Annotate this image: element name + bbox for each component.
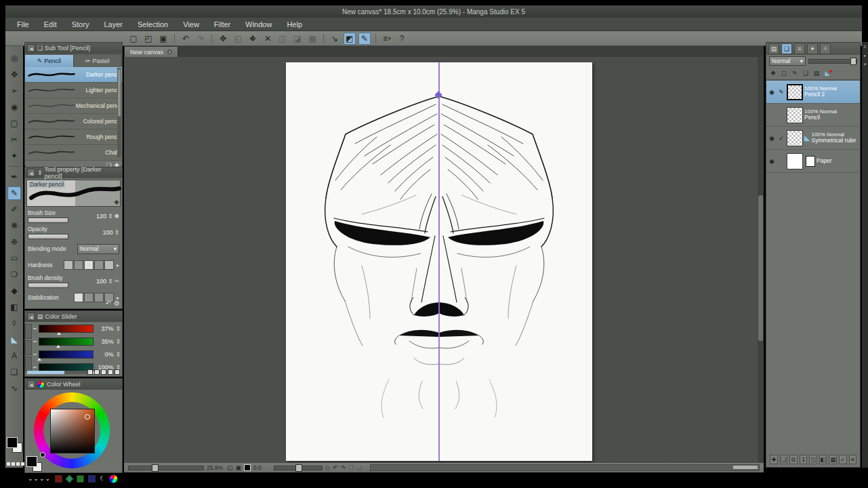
frame-border-tool[interactable]: ❏ — [7, 365, 21, 379]
green-diamond-swatch[interactable] — [65, 474, 74, 483]
slider-handle-icon[interactable]: ▪▪ — [33, 365, 37, 369]
set-as-ruler-icon[interactable]: ◣ — [823, 70, 832, 77]
tab-pencil[interactable]: ✎ Pencil — [25, 55, 74, 67]
layer-thumbnail[interactable] — [787, 130, 803, 146]
subtool-item[interactable]: Colored pencil — [25, 114, 122, 129]
zoom-slider[interactable] — [128, 466, 204, 470]
layer-opacity-slider[interactable] — [808, 59, 857, 64]
spinner-icon[interactable]: ⇕ — [114, 229, 119, 236]
subtool-item[interactable]: Rough pencil — [25, 129, 122, 145]
lock-transparency-icon[interactable]: ✎ — [790, 70, 800, 77]
swatch-slot-icon[interactable] — [101, 369, 106, 375]
layer-tab-icon[interactable]: ❏ — [781, 43, 792, 54]
foreground-color-chip[interactable] — [26, 456, 37, 467]
layer-row-paper[interactable]: ◉Paper — [766, 150, 860, 173]
wand-tool[interactable]: ✦ — [7, 149, 21, 163]
collapse-icon[interactable]: ◀ — [27, 169, 35, 177]
object-snap-icon[interactable]: ↘ — [329, 33, 341, 45]
decoration-tool[interactable]: ❉ — [7, 235, 21, 249]
collapse-icon[interactable]: ◀ — [27, 312, 35, 321]
spinner-icon[interactable]: ⇕ — [115, 325, 121, 332]
menu-selection[interactable]: Selection — [130, 19, 175, 30]
zoom-pan-icon[interactable]: ✥ — [217, 33, 229, 45]
a-slider[interactable] — [39, 363, 94, 371]
delete-layer-icon[interactable]: ✕ — [849, 455, 857, 464]
strip-dot-icon[interactable] — [7, 462, 10, 466]
strip-dot-icon[interactable] — [16, 462, 20, 466]
transfer-layer-icon[interactable]: ◫ — [809, 455, 817, 464]
layer-property-icon[interactable]: ≡ — [794, 43, 805, 54]
rotation-slider[interactable] — [274, 466, 323, 470]
layer-editing-icon[interactable]: ✎ — [777, 89, 785, 96]
expression-color-chip[interactable] — [244, 464, 251, 471]
brush-lock-icon[interactable]: ◈ — [114, 198, 119, 205]
ruler-options-icon[interactable]: ≡▾ — [381, 33, 393, 45]
color-slider-scrollbar[interactable] — [27, 371, 89, 374]
marquee-tool[interactable]: ▢ — [7, 117, 21, 130]
symmetry-ruler-line[interactable] — [438, 62, 440, 461]
open-file-icon[interactable]: ◰ — [142, 33, 154, 45]
blend-mode-dropdown[interactable]: Normal ▾ — [769, 56, 806, 66]
wrench-icon[interactable]: ⚙ — [114, 300, 120, 307]
new-layer-icon[interactable]: ✚ — [770, 455, 778, 464]
menu-layer[interactable]: Layer — [96, 19, 130, 30]
vertical-scrollbar[interactable] — [758, 57, 764, 463]
rgb-tab[interactable] — [25, 324, 32, 339]
tone-layer-icon[interactable]: ▦ — [829, 455, 837, 464]
horizontal-scrollbar[interactable] — [370, 464, 760, 471]
chevron-right-icon[interactable]: ▸ — [117, 262, 119, 268]
brush-density-slider[interactable] — [28, 283, 68, 288]
navy-swatch[interactable] — [88, 475, 96, 483]
blending-mode-dropdown[interactable]: Normal ▾ — [77, 244, 119, 254]
hardness-selector[interactable] — [64, 260, 114, 270]
snap-to-ruler-icon[interactable]: ◩ — [344, 33, 356, 45]
maroon-swatch[interactable] — [55, 475, 62, 483]
tab-pastel[interactable]: ✏ Pastel — [74, 55, 123, 67]
close-tab-icon[interactable]: ✕ — [167, 49, 172, 54]
layer-row-pencil[interactable]: 100% NormalPencil — [766, 104, 860, 127]
undo-icon[interactable]: ↶ — [180, 33, 192, 45]
swatch-slot-icon[interactable] — [108, 369, 113, 375]
new-folder-icon[interactable]: ❏ — [780, 455, 788, 464]
dock-close-icon[interactable]: ✕ — [863, 62, 867, 66]
layer-thumbnail[interactable] — [787, 153, 803, 169]
menu-file[interactable]: File — [9, 19, 37, 30]
mask-icon[interactable]: ❏ — [801, 70, 810, 77]
menu-window[interactable]: Window — [238, 19, 279, 30]
menu-edit[interactable]: Edit — [37, 19, 64, 30]
slider-handle-icon[interactable]: ▪▪ — [33, 352, 37, 357]
reset-rotation-icon[interactable]: ◇ — [325, 464, 330, 471]
navigator-icon[interactable]: ✦ — [807, 43, 818, 54]
subtool-item[interactable]: Mechanical pencil — [25, 98, 122, 114]
apply-mask-icon[interactable]: ✓ — [839, 455, 847, 464]
menu-help[interactable]: Help — [279, 19, 310, 30]
dock-menu-icon[interactable]: ≡ — [864, 45, 867, 49]
lock-layer-icon[interactable]: ◻ — [779, 70, 789, 77]
fit-to-screen-icon[interactable]: ◱ — [227, 464, 233, 471]
layer-check-icon[interactable]: ✓ — [777, 135, 785, 142]
move-tool[interactable]: ✥ — [7, 68, 21, 81]
layer-thumbnail[interactable] — [787, 84, 803, 100]
crescent-icon[interactable]: ☾ — [100, 475, 105, 482]
sv-marker[interactable] — [85, 414, 90, 420]
duplicate-layer-icon[interactable]: ⧉ — [789, 455, 798, 464]
airbrush-tool[interactable]: ❋ — [7, 219, 21, 232]
search-layer-icon[interactable]: ✧ — [820, 43, 831, 54]
blend-tool[interactable]: ❍ — [7, 268, 21, 281]
opacity-slider[interactable] — [28, 234, 68, 239]
swatch-slot-icon[interactable] — [115, 369, 120, 375]
pen-pressure-icon[interactable]: ✑ — [114, 278, 119, 285]
green-swatch[interactable] — [77, 475, 84, 483]
slider-handle-icon[interactable]: ▪▪ — [33, 326, 37, 331]
subtool-item[interactable]: Lighter pencil — [25, 83, 122, 98]
lasso-tool[interactable]: ✂ — [7, 133, 21, 146]
subtool-item[interactable]: Chalk — [25, 145, 122, 161]
dock-grid-icon[interactable]: ▤ — [768, 43, 779, 54]
fill-tool[interactable]: ◆ — [7, 284, 21, 298]
line-correction-tool[interactable]: ∿ — [7, 382, 21, 395]
swatch-slot-icon[interactable] — [87, 369, 93, 375]
swatch-slot-icon[interactable] — [94, 369, 100, 375]
canvas-page[interactable] — [286, 62, 592, 461]
menu-view[interactable]: View — [175, 19, 207, 30]
eyedropper-tool[interactable]: ◉ — [7, 100, 21, 114]
